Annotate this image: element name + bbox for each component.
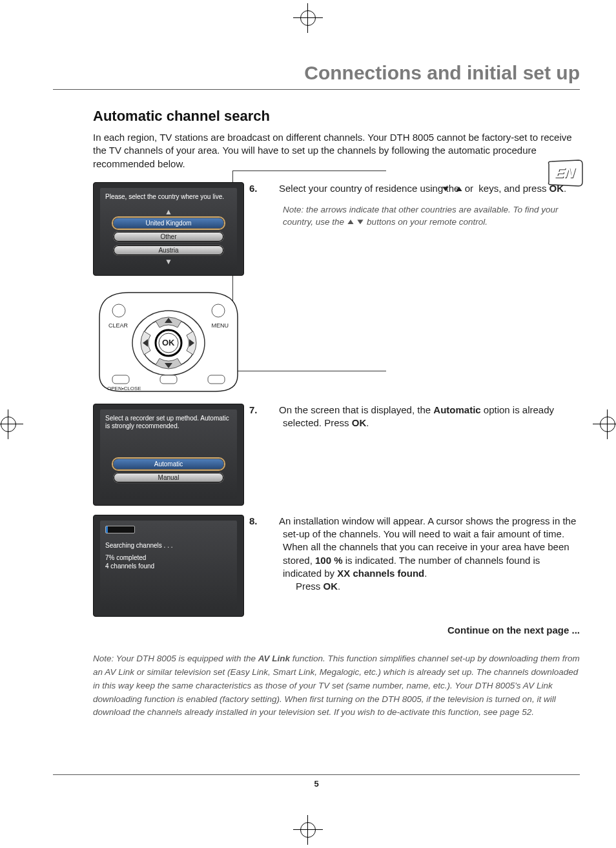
step-6-hint: Note: the arrows indicate that other cou…: [283, 204, 580, 229]
svg-point-9: [212, 304, 225, 317]
chevron-up-icon: ▲: [105, 209, 232, 215]
screen-setup-method: Select a recorder set up method. Automat…: [93, 404, 244, 506]
progress-percent: 7% completed: [105, 553, 232, 562]
svg-point-8: [112, 304, 125, 317]
leader-line: [232, 171, 386, 171]
svg-rect-11: [208, 375, 225, 384]
screen-prompt: Please, select the country where you liv…: [105, 193, 232, 201]
progress-found: 4 channels found: [105, 562, 232, 570]
screen-country-select: Please, select the country where you liv…: [93, 182, 244, 276]
crop-mark-left: [0, 409, 23, 439]
crop-mark-bottom: [293, 815, 323, 845]
page-header: Connections and initial set up: [53, 62, 580, 90]
crop-mark-top: [293, 3, 323, 33]
intro-text: In each region, TV stations are broadcas…: [93, 131, 580, 171]
page-number: 5: [53, 774, 580, 789]
up-arrow-icon: ▲: [345, 216, 355, 227]
screen-prompt: Select a recorder set up method. Automat…: [105, 415, 232, 430]
option-manual: Manual: [113, 472, 224, 483]
svg-rect-10: [112, 375, 129, 384]
step-6-text: 6.Select your country of residence using…: [283, 182, 580, 195]
continue-text: Continue on the next page ...: [93, 625, 580, 636]
section-heading: Automatic channel search: [93, 108, 580, 125]
crop-mark-right: [593, 409, 616, 439]
option-other: Other: [113, 231, 224, 242]
remote-label-ok: OK: [162, 338, 175, 347]
remote-label-menu: MENU: [212, 322, 229, 329]
option-automatic: Automatic: [113, 459, 224, 470]
svg-rect-12: [160, 375, 177, 384]
down-arrow-icon: ▼: [356, 216, 365, 227]
remote-diagram: CLEAR MENU OK OPEN•CLOSE: [93, 285, 244, 395]
leader-line: [232, 371, 386, 371]
progress-bar: [105, 526, 135, 533]
footnote: Note: Your DTH 8005 is equipped with the…: [93, 652, 580, 720]
step-7-text: 7.On the screen that is displayed, the A…: [283, 404, 580, 430]
option-austria: Austria: [113, 245, 224, 256]
progress-title: Searching channels . . .: [105, 541, 232, 550]
chevron-down-icon: ▼: [105, 258, 232, 265]
option-uk: United Kingdom: [113, 218, 224, 229]
remote-label-open: OPEN•CLOSE: [107, 386, 141, 391]
step-8-text: 8.An installation window will appear. A …: [283, 515, 580, 594]
remote-label-clear: CLEAR: [108, 322, 128, 329]
screen-progress: Searching channels . . . 7% completed 4 …: [93, 515, 244, 617]
